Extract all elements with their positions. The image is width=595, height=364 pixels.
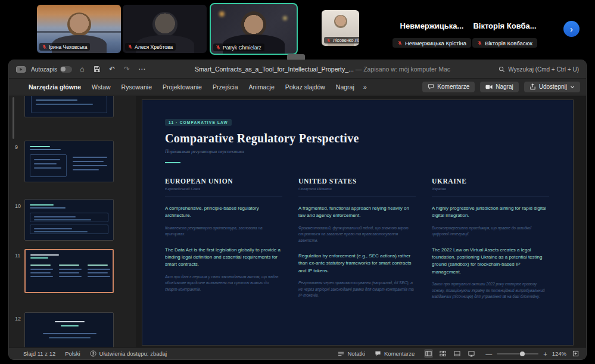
tab-animacje[interactable]: Animacje: [244, 83, 280, 91]
fit-slide-to-window-button[interactable]: [571, 349, 580, 358]
comments-button-label: Komentarze: [437, 83, 469, 90]
slide-thumbnail-8-partial[interactable]: [24, 96, 114, 117]
slide-subtitle[interactable]: Порівняльна регуляторна перспектива: [165, 149, 549, 154]
column-subheader: Сполучені Штати: [298, 186, 416, 191]
column-point-uk: Регулювання через правозастосування (нап…: [298, 280, 416, 298]
normal-view-button[interactable]: [424, 349, 433, 358]
slide-thumbnail-12[interactable]: [24, 312, 114, 347]
titlebar: Autozapis ⌂ ↶ ↷ ⋯ Smart_Contracts_as_a_T…: [9, 60, 586, 79]
language-indicator[interactable]: Polski: [65, 350, 80, 357]
column-point-uk: Комплексна регуляторна архітектура, засн…: [165, 225, 282, 238]
participant-name: Алеся Хребтова: [135, 44, 173, 50]
participant-name-label: Ірина Чеховська: [39, 43, 90, 51]
record-button[interactable]: Nagraj: [480, 82, 518, 92]
slide-thumbnail-9[interactable]: [24, 141, 114, 182]
column-united-states[interactable]: UNITED STATES Сполучені Штати A fragment…: [298, 178, 416, 309]
tab-projektowanie[interactable]: Projektowanie: [157, 83, 207, 91]
slideshow-icon[interactable]: [16, 64, 26, 74]
zoom-out-button[interactable]: —: [485, 350, 492, 357]
notes-toggle[interactable]: Notatki: [338, 350, 365, 357]
comments-label: Komentarze: [384, 350, 415, 357]
zoom-level[interactable]: 124%: [552, 350, 566, 357]
slide-thumbnail-11-selected[interactable]: [24, 249, 114, 293]
accent-bar: [165, 162, 180, 163]
participant-name-label: Вікторія Ковбасюк: [472, 38, 537, 48]
active-speaker-tile[interactable]: Patryk Chmielarz: [210, 3, 298, 55]
comment-icon: [428, 83, 434, 90]
record-camera-icon: [485, 84, 493, 90]
slide-11[interactable]: 11 · COMPARATIVE LAW Comparative Regulat…: [142, 99, 574, 346]
thumbnail-scrollbar[interactable]: [13, 97, 14, 139]
ribbon-overflow-chevron[interactable]: »: [360, 83, 370, 91]
save-icon[interactable]: [92, 64, 102, 74]
column-header: EUROPEAN UNION: [165, 178, 282, 185]
redo-icon[interactable]: ↷: [122, 64, 132, 74]
muted-mic-icon: [42, 44, 47, 49]
column-header: UNITED STATES: [298, 178, 416, 185]
slide-section-tag[interactable]: 11 · COMPARATIVE LAW: [165, 119, 232, 126]
slide-number: 11: [15, 253, 20, 259]
column-european-union[interactable]: EUROPEAN UNION Європейський Союз A compr…: [165, 178, 282, 309]
document-title-text: Smart_Contracts_as_a_Tool_for_Intellectu…: [195, 66, 354, 73]
comments-button[interactable]: Komentarze: [422, 82, 475, 92]
tab-narzedzia-glowne[interactable]: Narzędzia główne: [23, 83, 86, 91]
comments-toggle[interactable]: Komentarze: [375, 350, 415, 357]
chevron-down-icon: [570, 85, 575, 89]
participant-tile[interactable]: Алеся Хребтова: [123, 5, 207, 53]
column-point-en: Regulation by enforcement (e.g., SEC act…: [298, 253, 416, 275]
tab-przejscia[interactable]: Przejścia: [207, 83, 244, 91]
participant-tile-audio-only[interactable]: Вікторія Ковба... Вікторія Ковбасюк: [462, 21, 548, 48]
muted-mic-icon: [477, 41, 482, 46]
zoom-slider-knob[interactable]: [520, 351, 525, 356]
tab-nagraj[interactable]: Nagraj: [331, 83, 360, 91]
slide-thumbnail-10[interactable]: [24, 199, 114, 241]
record-button-label: Nagraj: [496, 83, 513, 90]
autosave-control[interactable]: Autozapis: [31, 66, 72, 73]
participant-tile[interactable]: Лісовенко Ліза: [322, 10, 359, 46]
view-switcher: [424, 349, 476, 358]
tab-rysowanie[interactable]: Rysowanie: [116, 83, 157, 91]
slide-counter[interactable]: Slajd 11 z 12: [23, 350, 55, 357]
zoom-controls: — + 124%: [485, 349, 580, 358]
participant-name-label: Невмержицька Крістіна: [392, 38, 471, 48]
participant-name: Patryk Chmielarz: [223, 45, 261, 51]
autosave-toggle[interactable]: [60, 66, 72, 73]
undo-icon[interactable]: ↶: [107, 64, 117, 74]
slide-number: 12: [15, 316, 21, 322]
participant-name-label: Алеся Хребтова: [125, 43, 176, 51]
muted-mic-icon: [216, 45, 221, 50]
column-point-uk: Акт про дані є першим у світі законодавч…: [165, 274, 282, 293]
column-point-en: The Data Act is the first legislation gl…: [165, 247, 282, 269]
slide-sorter-view-button[interactable]: [438, 349, 447, 358]
column-ukraine[interactable]: UKRAINE Україна A highly progressive jur…: [432, 178, 549, 309]
tab-pokaz-slajdow[interactable]: Pokaz slajdów: [280, 83, 331, 91]
next-participants-button[interactable]: ›: [563, 21, 580, 37]
comment-icon: [375, 350, 381, 357]
column-header: UKRAINE: [432, 178, 549, 185]
more-commands-icon[interactable]: ⋯: [137, 64, 147, 74]
zoom-slider[interactable]: [497, 353, 538, 354]
reading-view-button[interactable]: [453, 349, 462, 358]
accessibility-check[interactable]: Ułatwienia dostępu: zbadaj: [90, 350, 167, 357]
participant-name: Ірина Чеховська: [49, 44, 87, 50]
accessibility-icon: [90, 350, 96, 357]
participant-display-name: Вікторія Ковба...: [462, 21, 548, 30]
zoom-in-button[interactable]: +: [543, 350, 547, 357]
search-icon: [499, 66, 505, 73]
slideshow-view-button[interactable]: [467, 349, 476, 358]
column-point-en: A fragmented, functional approach relyin…: [298, 205, 416, 220]
column-point-uk: Закон про віртуальні активи 2022 року ст…: [432, 281, 549, 300]
document-saved-status: — Zapisano w: mój komputer Mac: [356, 66, 450, 73]
home-icon[interactable]: ⌂: [77, 64, 87, 74]
share-button[interactable]: Udostępnij: [524, 82, 580, 92]
slide-number: 10: [15, 203, 21, 209]
statusbar: Slajd 11 z 12 Polski Ułatwienia dostępu:…: [9, 347, 586, 359]
slide-title[interactable]: Comparative Regulatory Perspective: [165, 132, 549, 145]
participant-name: Невмержицька Крістіна: [405, 40, 466, 46]
document-title[interactable]: Smart_Contracts_as_a_Tool_for_Intellectu…: [152, 66, 493, 73]
participant-tile[interactable]: Ірина Чеховська: [37, 5, 121, 53]
search-control[interactable]: Wyszukaj (Cmd + Ctrl + U): [499, 66, 579, 73]
column-point-uk: Фрагментований, функціональний підхід, щ…: [298, 225, 416, 244]
column-point-uk: Високопрогресивна юрисдикція, що прагне …: [432, 225, 549, 238]
tab-wstaw[interactable]: Wstaw: [86, 83, 116, 91]
